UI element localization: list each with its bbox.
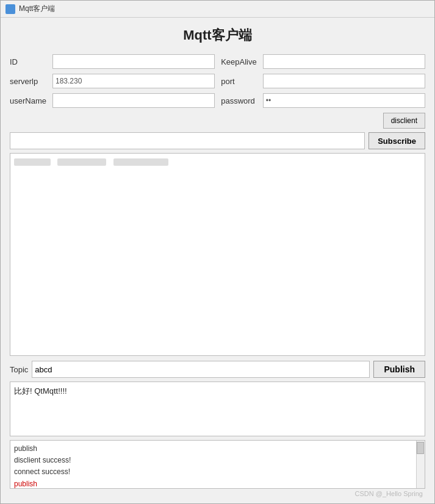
password-input[interactable]	[263, 93, 425, 108]
serverip-input[interactable]	[52, 74, 215, 88]
title-bar-text: Mqtt客户端	[19, 4, 55, 14]
app-icon	[5, 4, 15, 14]
message-display-area	[10, 153, 425, 356]
log-area: publish disclient success! connect succe…	[10, 440, 425, 489]
username-label: userName	[10, 96, 46, 105]
id-label: ID	[10, 57, 46, 66]
publish-message-text: 比好! QtMqtt!!!!	[14, 386, 67, 396]
port-label: port	[221, 77, 257, 86]
publish-button[interactable]: Publish	[373, 361, 425, 378]
password-label: password	[221, 96, 257, 105]
log-scrollbar[interactable]	[416, 441, 425, 488]
log-line-2: disclient success!	[14, 455, 421, 466]
log-line-4: publish	[14, 478, 421, 489]
username-input[interactable]	[52, 93, 215, 108]
disclient-row: disclient	[10, 113, 425, 129]
keepalive-label: KeepAlive	[221, 57, 257, 66]
keepalive-input[interactable]	[263, 54, 425, 69]
disclient-button[interactable]: disclient	[383, 113, 425, 129]
port-input[interactable]	[263, 74, 425, 88]
message-content	[14, 157, 168, 166]
log-wrapper: publish disclient success! connect succe…	[10, 440, 425, 497]
subscribe-row: Subscribe	[10, 132, 425, 149]
main-window: Mqtt客户端 Mqtt客户端 ID KeepAlive serverlp po…	[0, 0, 435, 504]
log-line-3: connect success!	[14, 466, 421, 478]
log-line-1: publish	[14, 443, 421, 455]
app-title: Mqtt客户端	[10, 26, 425, 44]
subscribe-button[interactable]: Subscribe	[368, 132, 425, 149]
publish-message-area[interactable]: 比好! QtMqtt!!!!	[10, 382, 425, 436]
serverip-label: serverlp	[10, 77, 46, 86]
topic-label: Topic	[10, 365, 28, 374]
topic-input[interactable]	[32, 361, 370, 378]
id-input[interactable]	[52, 54, 215, 69]
form-grid: ID KeepAlive serverlp port userName pass…	[10, 54, 425, 108]
subscribe-input[interactable]	[10, 132, 365, 149]
csdn-watermark: CSDN @_Hello Spring	[10, 490, 425, 497]
title-bar: Mqtt客户端	[1, 1, 434, 18]
topic-row: Topic Publish	[10, 361, 425, 378]
content-area: Mqtt客户端 ID KeepAlive serverlp port userN…	[1, 18, 434, 503]
log-scrollbar-thumb	[417, 442, 424, 454]
